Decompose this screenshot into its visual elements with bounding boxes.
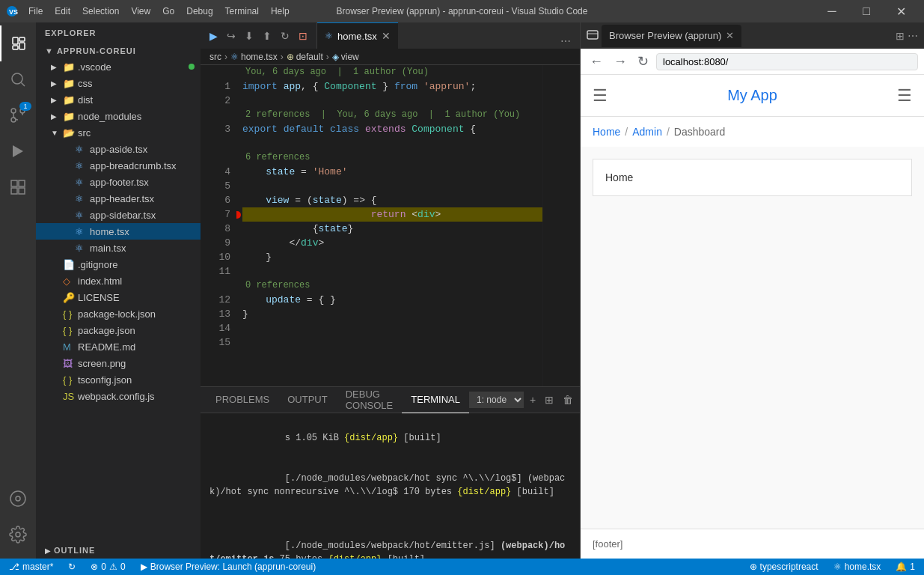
terminal-tab-debug-console[interactable]: DEBUG CONSOLE	[337, 387, 403, 413]
hamburger-menu-icon[interactable]: ☰	[593, 86, 608, 106]
hamburger-menu-right-icon[interactable]: ☰	[897, 86, 912, 106]
browser-url-input[interactable]	[656, 53, 918, 70]
terminal-tab-output[interactable]: OUTPUT	[278, 387, 336, 413]
debug-continue-button[interactable]: ▶	[206, 28, 221, 43]
search-activity-icon[interactable]	[0, 61, 36, 97]
footer-text: [footer]	[593, 538, 622, 550]
tree-item-app-aside[interactable]: ⚛ app-aside.tsx	[36, 141, 201, 157]
menu-help[interactable]: Help	[266, 4, 294, 18]
close-button[interactable]: ✕	[884, 0, 918, 22]
git-branch-status[interactable]: ⎇ master*	[6, 559, 56, 575]
terminal-content[interactable]: s 1.05 KiB {dist/app} [built] [./node_mo…	[201, 413, 580, 559]
file-status[interactable]: ⚛ home.tsx	[830, 559, 884, 575]
browser-back-button[interactable]: ←	[587, 52, 606, 71]
explorer-activity-icon[interactable]	[0, 25, 36, 61]
settings-activity-icon[interactable]	[0, 517, 36, 553]
tree-item-main[interactable]: ⚛ main.tsx	[36, 240, 201, 256]
menu-terminal[interactable]: Terminal	[221, 4, 263, 18]
debug-step-into-button[interactable]: ⬇	[242, 28, 257, 43]
tsx-file-icon: ⚛	[75, 226, 87, 237]
tree-item-webpack-config[interactable]: JS webpack.config.js	[36, 388, 201, 404]
browser-tab-close-button[interactable]: ✕	[726, 30, 734, 41]
new-terminal-button[interactable]: +	[527, 392, 539, 407]
terminal-tab-terminal[interactable]: TERMINAL	[402, 387, 469, 413]
menu-view[interactable]: View	[126, 4, 155, 18]
tab-close-button[interactable]: ✕	[382, 30, 391, 42]
breadcrumb-src[interactable]: src	[209, 52, 221, 62]
breadcrumb-file[interactable]: ⚛ home.tsx	[230, 52, 278, 62]
notifications-status[interactable]: 🔔 1	[893, 559, 918, 575]
tree-item-node-modules[interactable]: ▶ 📁 node_modules	[36, 108, 201, 124]
svg-rect-5	[13, 46, 18, 49]
debug-toolbar: ▶ ↪ ⬇ ⬆ ↻ ⊡	[201, 22, 317, 49]
tree-item-package-lock[interactable]: { } package-lock.json	[36, 305, 201, 322]
folder-open-icon: 📂	[63, 127, 75, 139]
browser-forward-button[interactable]: →	[611, 52, 630, 71]
source-control-activity-icon[interactable]: 1	[0, 97, 36, 133]
debug-step-over-button[interactable]: ↪	[224, 28, 239, 43]
debug-stop-button[interactable]: ⊡	[296, 28, 310, 43]
tree-arrow-icon: ▶	[51, 63, 63, 71]
maximize-button[interactable]: □	[849, 0, 884, 22]
tree-item-css[interactable]: ▶ 📁 css	[36, 75, 201, 91]
breadcrumb-view[interactable]: ◈ view	[332, 52, 359, 62]
code-content[interactable]: You, 6 days ago | 1 author (You) import …	[236, 65, 542, 386]
status-bar-left: ⎇ master* ↻ ⊗ 0 ⚠ 0 ▶ Browser Preview: L…	[6, 559, 319, 575]
debug-step-out-button[interactable]: ⬆	[260, 28, 275, 43]
menu-file[interactable]: File	[24, 4, 47, 18]
menu-edit[interactable]: Edit	[50, 4, 75, 18]
browser-preview-panel: Browser Preview (apprun) ✕ ⊞ ⋯ ← → ↻ ☰	[580, 22, 924, 559]
menu-go[interactable]: Go	[158, 4, 179, 18]
tree-item-index-html[interactable]: ◇ index.html	[36, 273, 201, 289]
browser-split-button[interactable]: ⊞	[896, 30, 905, 42]
browser-panel-icon	[587, 30, 599, 42]
browser-panel-tab[interactable]: Browser Preview (apprun) ✕	[602, 25, 741, 47]
tree-item-dist[interactable]: ▶ 📁 dist	[36, 91, 201, 108]
launch-status[interactable]: ▶ Browser Preview: Launch (apprun-coreui…	[138, 559, 319, 575]
tree-item-app-breadcrumb[interactable]: ⚛ app-breadcrumb.tsx	[36, 157, 201, 174]
tab-file-icon: ⚛	[325, 31, 333, 41]
kill-terminal-button[interactable]: 🗑	[560, 392, 576, 407]
language-status[interactable]: ⊕ typescriptreact	[747, 559, 821, 575]
browser-more-button[interactable]: ⋯	[908, 30, 918, 42]
terminal-tab-problems[interactable]: PROBLEMS	[206, 387, 278, 413]
debug-activity-icon[interactable]	[0, 133, 36, 169]
breadcrumb-default[interactable]: ⊕ default	[287, 52, 323, 62]
tree-item-app-sidebar[interactable]: ⚛ app-sidebar.tsx	[36, 207, 201, 223]
split-editor-button[interactable]: ⋯	[557, 34, 574, 49]
json-file-icon: { }	[63, 374, 75, 386]
split-terminal-button[interactable]: ⊞	[542, 392, 557, 407]
remote-activity-icon[interactable]	[0, 481, 36, 517]
debug-restart-button[interactable]: ↻	[278, 28, 293, 43]
terminal-session-select[interactable]: 1: node	[469, 392, 524, 408]
tree-item-readme[interactable]: M README.md	[36, 338, 201, 355]
menu-selection[interactable]: Selection	[78, 4, 123, 18]
tree-item-license[interactable]: 🔑 LICENSE	[36, 289, 201, 305]
outline-section[interactable]: ▶ OUTLINE	[36, 542, 201, 559]
tree-item-home[interactable]: ⚛ home.tsx	[36, 223, 201, 240]
minimize-button[interactable]: ─	[815, 0, 849, 22]
tree-item-vscode[interactable]: ▶ 📁 .vscode	[36, 58, 201, 75]
extensions-activity-icon[interactable]	[0, 169, 36, 205]
menu-debug[interactable]: Debug	[182, 4, 217, 18]
sidebar-root[interactable]: ▼ APPRUN-COREUI	[36, 43, 201, 58]
tree-item-gitignore[interactable]: 📄 .gitignore	[36, 256, 201, 273]
tree-item-app-footer[interactable]: ⚛ app-footer.tsx	[36, 174, 201, 190]
breadcrumb-sep-icon-2: /	[667, 126, 670, 138]
breadcrumb-sep-icon-1: /	[625, 126, 628, 138]
tree-item-screen-png[interactable]: 🖼 screen.png	[36, 355, 201, 371]
error-icon: ⊗	[91, 562, 98, 572]
tsx-file-icon: ⚛	[75, 243, 87, 254]
window-controls: ─ □ ✕	[815, 0, 918, 22]
browser-refresh-button[interactable]: ↻	[634, 52, 652, 71]
errors-status[interactable]: ⊗ 0 ⚠ 0	[88, 559, 128, 575]
tab-home-tsx[interactable]: ⚛ home.tsx ✕	[317, 22, 398, 49]
tree-item-src[interactable]: ▼ 📂 src	[36, 124, 201, 141]
svg-rect-2	[13, 37, 18, 44]
tree-item-tsconfig[interactable]: { } tsconfig.json	[36, 371, 201, 388]
breadcrumb-admin-link[interactable]: Admin	[632, 126, 662, 138]
breadcrumb-home-link[interactable]: Home	[593, 126, 620, 138]
sync-status[interactable]: ↻	[65, 559, 79, 575]
tree-item-app-header[interactable]: ⚛ app-header.tsx	[36, 190, 201, 207]
tree-item-package-json[interactable]: { } package.json	[36, 322, 201, 338]
